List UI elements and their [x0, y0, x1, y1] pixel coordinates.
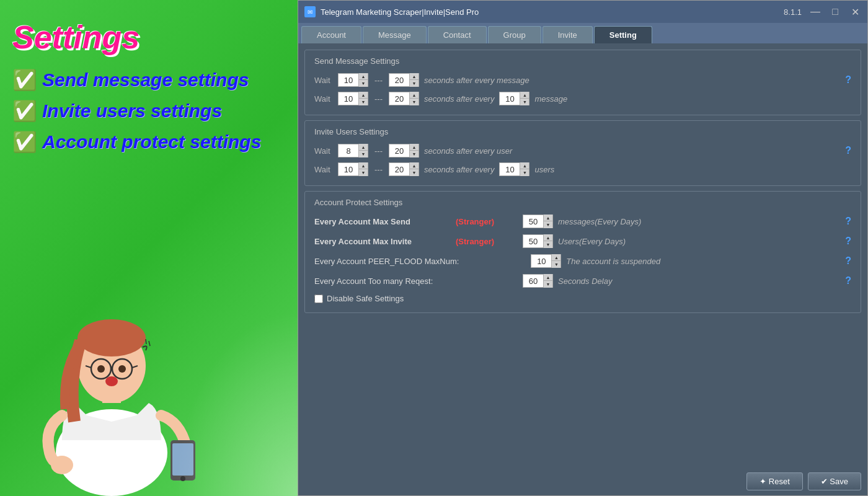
invite2-max-up[interactable]: ▲ — [410, 162, 418, 169]
invite2-count-value[interactable] — [500, 163, 520, 175]
svg-point-11 — [105, 376, 118, 386]
invite-min-value[interactable] — [339, 144, 358, 157]
invite2-min-value[interactable] — [339, 163, 358, 175]
invite-row1-help[interactable]: ? — [845, 145, 851, 156]
invite2-min-arrows: ▲ ▼ — [358, 162, 368, 176]
send-msg-row-1: Wait ▲ ▼ --- ▲ ▼ seconds after eve — [314, 73, 851, 87]
invite-min-up[interactable]: ▲ — [359, 144, 368, 151]
svg-line-12 — [149, 341, 150, 346]
invite-min-spinner[interactable]: ▲ ▼ — [338, 144, 368, 157]
invite2-count-down[interactable]: ▼ — [520, 169, 529, 176]
app-window: ✉ Telegram Marketing Scraper|Invite|Send… — [298, 0, 868, 496]
peer-flood-up[interactable]: ▲ — [552, 254, 560, 261]
save-button[interactable]: ✔ Save — [808, 472, 861, 490]
max-invite-spinner[interactable]: ▲ ▼ — [523, 234, 553, 248]
max-invite-label: Users(Every Days) — [558, 237, 626, 246]
feature-list: ✅ Send message settings ✅ Invite users s… — [12, 68, 261, 154]
send-msg-max-down[interactable]: ▼ — [410, 80, 418, 87]
tab-bar: Account Message Contact Group Invite Set… — [298, 23, 867, 43]
too-many-value[interactable] — [523, 275, 543, 287]
send-msg-row1-help[interactable]: ? — [845, 74, 851, 86]
invite2-count-up[interactable]: ▲ — [520, 162, 529, 169]
send-msg2-count-down[interactable]: ▼ — [520, 99, 529, 105]
send-msg2-max-value[interactable] — [389, 92, 409, 105]
tab-invite[interactable]: Invite — [542, 26, 593, 43]
invite2-count-arrows: ▲ ▼ — [520, 162, 529, 176]
send-msg-max-value[interactable] — [389, 74, 409, 86]
send-msg-row2-label2: message — [534, 94, 567, 104]
max-invite-down[interactable]: ▼ — [544, 241, 552, 248]
send-msg2-max-up[interactable]: ▲ — [410, 92, 418, 99]
peer-flood-spinner[interactable]: ▲ ▼ — [531, 254, 561, 268]
app-title: Telegram Marketing Scraper|Invite|Send P… — [321, 7, 479, 17]
send-msg2-min-spinner[interactable]: ▲ ▼ — [338, 92, 368, 105]
invite2-min-up[interactable]: ▲ — [359, 162, 368, 169]
tab-setting[interactable]: Setting — [594, 26, 652, 43]
app-icon: ✉ — [304, 6, 316, 17]
send-msg-min-spinner[interactable]: ▲ ▼ — [338, 73, 368, 87]
send-msg-min-up[interactable]: ▲ — [359, 73, 368, 80]
send-msg2-max-down[interactable]: ▼ — [410, 99, 418, 105]
tab-group[interactable]: Group — [488, 26, 541, 43]
too-many-up[interactable]: ▲ — [544, 274, 552, 281]
send-msg-max-spinner[interactable]: ▲ ▼ — [389, 73, 419, 87]
send-msg2-min-up[interactable]: ▲ — [359, 92, 368, 99]
reset-button[interactable]: ✦ Reset — [746, 472, 803, 490]
peer-flood-value[interactable] — [531, 255, 551, 267]
too-many-label: Seconds Delay — [558, 277, 612, 286]
send-msg-max-arrows: ▲ ▼ — [409, 73, 418, 87]
empty-section — [304, 318, 861, 461]
invite2-max-spinner[interactable]: ▲ ▼ — [389, 162, 419, 176]
invite-users-settings-section: Invite Users Settings Wait ▲ ▼ --- ▲ ▼ — [304, 120, 861, 186]
too-many-down[interactable]: ▼ — [544, 281, 552, 288]
invite-max-spinner[interactable]: ▲ ▼ — [389, 144, 419, 157]
disable-safe-checkbox[interactable] — [314, 294, 323, 303]
tab-contact[interactable]: Contact — [428, 26, 487, 43]
title-bar: ✉ Telegram Marketing Scraper|Invite|Send… — [298, 1, 867, 23]
max-send-help[interactable]: ? — [845, 216, 851, 227]
send-msg-min-down[interactable]: ▼ — [359, 80, 368, 87]
invite2-max-down[interactable]: ▼ — [410, 169, 418, 176]
invite2-min-down[interactable]: ▼ — [359, 169, 368, 176]
peer-flood-down[interactable]: ▼ — [552, 261, 560, 268]
send-msg2-max-spinner[interactable]: ▲ ▼ — [389, 92, 419, 105]
tab-message[interactable]: Message — [363, 26, 427, 43]
send-msg2-min-value[interactable] — [339, 92, 358, 105]
protect-label-4: Every Account Too many Reqest: — [314, 277, 451, 286]
account-protect-settings-title: Account Protect Settings — [314, 198, 851, 207]
svg-point-17 — [51, 456, 73, 474]
send-msg-min-value[interactable] — [339, 74, 358, 86]
send-msg2-min-down[interactable]: ▼ — [359, 99, 368, 105]
tab-account[interactable]: Account — [301, 26, 361, 43]
send-msg2-count-spinner[interactable]: ▲ ▼ — [499, 92, 529, 105]
max-send-label: messages(Every Days) — [558, 217, 641, 226]
max-send-down[interactable]: ▼ — [544, 221, 552, 228]
feature-text-3: Account protect settings — [42, 131, 261, 153]
send-msg2-count-value[interactable] — [500, 92, 520, 105]
invite2-count-spinner[interactable]: ▲ ▼ — [499, 162, 529, 176]
close-button[interactable]: ✕ — [849, 6, 861, 18]
minimize-button[interactable]: — — [809, 6, 822, 17]
invite-max-down[interactable]: ▼ — [410, 151, 418, 157]
peer-flood-help[interactable]: ? — [845, 255, 851, 267]
max-invite-help[interactable]: ? — [845, 236, 851, 247]
too-many-help[interactable]: ? — [845, 275, 851, 286]
invite2-min-spinner[interactable]: ▲ ▼ — [338, 162, 368, 176]
maximize-button[interactable]: □ — [829, 6, 841, 17]
max-send-spinner[interactable]: ▲ ▼ — [523, 215, 553, 228]
send-msg-max-up[interactable]: ▲ — [410, 73, 418, 80]
checkmark-icon-2: ✅ — [12, 99, 37, 123]
invite-min-down[interactable]: ▼ — [359, 151, 368, 157]
invite-max-up[interactable]: ▲ — [410, 144, 418, 151]
send-msg2-max-arrows: ▲ ▼ — [409, 92, 418, 105]
too-many-spinner[interactable]: ▲ ▼ — [523, 274, 553, 288]
max-send-value[interactable] — [523, 215, 543, 228]
max-send-up[interactable]: ▲ — [544, 215, 552, 221]
invite2-max-value[interactable] — [389, 163, 409, 175]
invite-max-value[interactable] — [389, 144, 409, 157]
max-invite-value[interactable] — [523, 235, 543, 247]
max-invite-up[interactable]: ▲ — [544, 234, 552, 241]
invite-row1-label: seconds after every user — [424, 146, 512, 156]
send-msg2-count-up[interactable]: ▲ — [520, 92, 529, 99]
wait-label-sm2: Wait — [314, 94, 333, 104]
